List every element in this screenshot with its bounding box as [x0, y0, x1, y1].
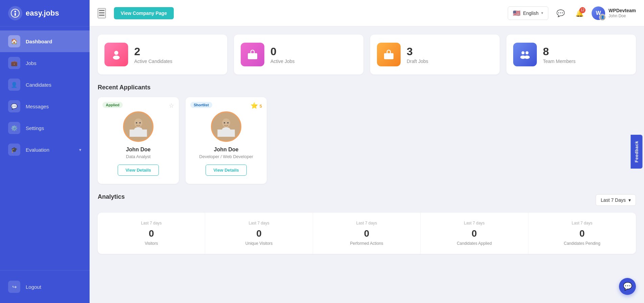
svg-point-15 — [136, 122, 137, 124]
candidates-pending-label: Candidates Pending — [534, 241, 630, 246]
stat-info-team-members: 8 Team Members — [543, 45, 575, 64]
messages-icon-button[interactable]: 💬 — [554, 6, 567, 20]
svg-point-21 — [224, 122, 225, 124]
stat-card-active-jobs: 0 Active Jobs — [234, 35, 363, 74]
analytics-period-dropdown[interactable]: Last 7 Days ▾ — [596, 194, 636, 206]
lang-chevron-icon: ▾ — [541, 11, 543, 15]
stat-card-active-candidates: 2 Active Candidates — [98, 35, 227, 74]
stat-info-draft-jobs: 3 Draft Jobs — [407, 45, 428, 64]
unique-visitors-label: Unique Visitors — [211, 241, 307, 246]
candidates-pending-period: Last 7 days — [534, 221, 630, 225]
candidates-icon: 👤 — [8, 79, 20, 91]
candidates-applied-period: Last 7 days — [426, 221, 522, 225]
draft-jobs-label: Draft Jobs — [407, 59, 428, 64]
user-name: John Doe — [609, 14, 636, 19]
analytics-title: Analytics — [98, 193, 125, 200]
applicant-avatar-1 — [123, 111, 153, 142]
view-company-button[interactable]: View Company Page — [114, 7, 174, 19]
user-names: WPDevteam John Doe — [609, 7, 636, 19]
star-count-2: 5 — [260, 104, 262, 109]
visitors-period: Last 7 days — [103, 221, 199, 225]
svg-point-3 — [114, 51, 118, 55]
svg-point-6 — [252, 55, 254, 57]
active-candidates-icon — [104, 43, 128, 66]
analytics-stat-candidates-applied: Last 7 days 0 Candidates Applied — [421, 213, 528, 254]
feedback-button[interactable]: Feedback — [631, 135, 643, 169]
stat-info-active-jobs: 0 Active Jobs — [270, 45, 295, 64]
active-candidates-number: 2 — [134, 45, 172, 58]
view-details-button-1[interactable]: View Details — [118, 165, 159, 176]
sidebar-item-settings-label: Settings — [26, 125, 44, 131]
svg-rect-2 — [15, 13, 16, 16]
header: ☰ View Company Page 🇺🇸 English ▾ 💬 🔔 12 … — [90, 0, 644, 26]
applicant-star-1[interactable]: ☆ — [169, 102, 174, 109]
flag-icon: 🇺🇸 — [513, 9, 520, 17]
active-jobs-icon — [241, 43, 264, 66]
chat-fab-button[interactable]: 💬 — [619, 278, 636, 295]
language-selector[interactable]: 🇺🇸 English ▾ — [508, 6, 548, 20]
svg-point-12 — [524, 56, 530, 59]
notifications-button[interactable]: 🔔 12 — [573, 6, 586, 20]
dashboard-icon: 🏠 — [8, 35, 20, 47]
sidebar-item-jobs[interactable]: 💼 Jobs — [0, 52, 90, 74]
visitors-number: 0 — [103, 228, 199, 239]
stat-card-team-members: 8 Team Members — [506, 35, 636, 74]
main-area: ☰ View Company Page 🇺🇸 English ▾ 💬 🔔 12 … — [90, 0, 644, 303]
sidebar: easy.jobs 🏠 Dashboard 💼 Jobs 👤 Candidate… — [0, 0, 90, 303]
candidates-pending-number: 0 — [534, 228, 630, 239]
content-area: 2 Active Candidates 0 Active Jobs — [90, 26, 644, 303]
recent-applicants-title: Recent Applicants — [98, 84, 636, 91]
sidebar-nav: 🏠 Dashboard 💼 Jobs 👤 Candidates 💬 Messag… — [0, 26, 90, 270]
notification-badge: 12 — [579, 7, 586, 13]
analytics-header: Analytics Last 7 Days ▾ — [98, 193, 636, 207]
applicant-star-2[interactable]: ⭐ 5 — [251, 102, 262, 109]
menu-icon[interactable]: ☰ — [98, 8, 106, 18]
svg-point-16 — [139, 122, 141, 124]
sidebar-item-dashboard[interactable]: 🏠 Dashboard — [0, 30, 90, 52]
chat-bubble-icon: 💬 — [556, 9, 565, 17]
logout-button[interactable]: ↪ Logout — [8, 276, 81, 298]
analytics-stat-visitors: Last 7 days 0 Visitors — [98, 213, 205, 254]
logout-icon: ↪ — [8, 281, 20, 293]
evaluation-icon: 🎓 — [8, 144, 20, 156]
logo-icon — [8, 6, 22, 20]
team-members-label: Team Members — [543, 59, 575, 64]
user-avatar-small: 👤 — [599, 14, 606, 21]
user-info[interactable]: W 👤 WPDevteam John Doe — [592, 6, 636, 20]
applicant-badge-2: Shortlist — [190, 102, 212, 108]
settings-icon: ⚙️ — [8, 122, 20, 134]
svg-point-22 — [227, 122, 229, 124]
sidebar-item-jobs-label: Jobs — [26, 60, 37, 66]
sidebar-item-dashboard-label: Dashboard — [26, 39, 52, 44]
analytics-chevron-icon: ▾ — [628, 197, 631, 203]
sidebar-item-settings[interactable]: ⚙️ Settings — [0, 117, 90, 139]
active-candidates-label: Active Candidates — [134, 59, 172, 64]
sidebar-item-evaluation[interactable]: 🎓 Evaluation ▾ — [0, 139, 90, 160]
unique-visitors-period: Last 7 days — [211, 221, 307, 225]
stat-info-active-candidates: 2 Active Candidates — [134, 45, 172, 64]
sidebar-item-messages[interactable]: 💬 Messages — [0, 95, 90, 117]
team-members-icon — [513, 43, 537, 66]
svg-point-4 — [113, 56, 120, 60]
applicants-grid: Applied ☆ John Doe Data Analyst View — [98, 97, 636, 184]
draft-jobs-icon — [377, 43, 401, 66]
analytics-stat-unique-visitors: Last 7 days 0 Unique Visitors — [205, 213, 313, 254]
applicant-card-2: Shortlist ⭐ 5 John Doe Developer / Web D… — [186, 97, 267, 184]
visitors-label: Visitors — [103, 241, 199, 246]
chat-fab-icon: 💬 — [623, 282, 632, 291]
logo: easy.jobs — [0, 0, 90, 26]
applicant-role-1: Data Analyst — [104, 154, 172, 159]
evaluation-chevron-icon: ▾ — [79, 147, 81, 152]
svg-point-10 — [526, 51, 529, 55]
applicant-badge-1: Applied — [102, 102, 123, 108]
view-details-button-2[interactable]: View Details — [206, 165, 247, 176]
candidates-applied-label: Candidates Applied — [426, 241, 522, 246]
sidebar-item-messages-label: Messages — [26, 104, 49, 109]
svg-point-9 — [522, 51, 525, 55]
active-jobs-label: Active Jobs — [270, 59, 295, 64]
sidebar-item-candidates[interactable]: 👤 Candidates — [0, 74, 90, 95]
candidates-applied-number: 0 — [426, 228, 522, 239]
analytics-grid: Last 7 days 0 Visitors Last 7 days 0 Uni… — [98, 213, 636, 254]
stat-card-draft-jobs: 3 Draft Jobs — [370, 35, 500, 74]
logout-section: ↪ Logout — [0, 270, 90, 303]
